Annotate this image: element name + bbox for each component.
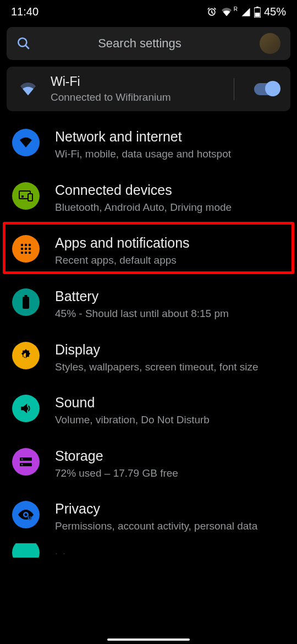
item-display[interactable]: Display Styles, wallpapers, screen timeo…	[0, 331, 297, 384]
search-bar[interactable]: Search settings	[7, 27, 290, 60]
wifi-card-title: Wi-Fi	[51, 74, 222, 89]
item-connected-devices[interactable]: Connected devices Bluetooth, Android Aut…	[0, 171, 297, 225]
item-privacy[interactable]: Privacy Permissions, account activity, p…	[0, 490, 297, 543]
item-subtitle: Recent apps, default apps	[55, 253, 285, 268]
status-icons: R 45%	[206, 6, 286, 18]
item-title: Battery	[55, 288, 285, 304]
svg-point-23	[25, 514, 28, 516]
svg-point-16	[29, 252, 31, 254]
svg-point-21	[21, 459, 23, 460]
svg-point-9	[25, 244, 28, 247]
item-storage[interactable]: Storage 72% used – 17.79 GB free	[0, 437, 297, 490]
battery-icon	[22, 295, 30, 309]
svg-point-13	[29, 248, 31, 250]
item-sound[interactable]: Sound Volume, vibration, Do Not Disturb	[0, 384, 297, 437]
item-subtitle: 45% - Should last until about 8:15 pm	[55, 307, 285, 321]
svg-rect-2	[255, 13, 260, 17]
item-title: Sound	[55, 395, 285, 411]
wifi-icon	[18, 81, 38, 97]
status-bar: 11:40 R 45%	[0, 0, 297, 23]
wifi-quick-card[interactable]: Wi-Fi Connected to Wifibranium	[7, 67, 290, 111]
divider	[234, 78, 234, 100]
item-title: Privacy	[55, 501, 285, 517]
search-icon	[16, 36, 31, 51]
item-title: Storage	[55, 448, 285, 464]
nav-handle[interactable]	[107, 638, 190, 641]
wifi-status-icon	[221, 7, 233, 17]
item-apps-notifications[interactable]: Apps and notifications Recent apps, defa…	[0, 224, 297, 277]
sound-icon	[19, 401, 33, 416]
svg-point-8	[21, 244, 24, 247]
svg-point-10	[29, 244, 31, 247]
item-subtitle: Permissions, account activity, personal …	[55, 519, 285, 533]
apps-grid-icon	[19, 242, 32, 255]
item-title: Apps and notifications	[55, 235, 285, 251]
wifi-card-subtitle: Connected to Wifibranium	[51, 91, 222, 103]
wifi-icon	[18, 137, 34, 149]
avatar[interactable]	[260, 33, 280, 54]
item-network-internet[interactable]: Network and internet Wi-Fi, mobile, data…	[0, 118, 297, 171]
item-subtitle: Bluetooth, Android Auto, Driving mode	[55, 200, 285, 215]
item-subtitle: Wi-Fi, mobile, data usage and hotspot	[55, 147, 285, 161]
battery-percentage: 45%	[264, 6, 286, 18]
svg-rect-7	[21, 195, 24, 198]
signal-superscript: R	[234, 6, 238, 12]
svg-point-15	[25, 252, 28, 254]
signal-icon	[241, 7, 251, 17]
svg-point-12	[25, 248, 28, 250]
item-subtitle: 72% used – 17.79 GB free	[55, 466, 285, 481]
svg-point-3	[18, 38, 26, 46]
storage-icon	[19, 456, 33, 467]
svg-point-11	[21, 248, 24, 250]
svg-rect-18	[25, 295, 28, 297]
settings-list: Network and internet Wi-Fi, mobile, data…	[0, 118, 297, 558]
privacy-eye-icon	[18, 509, 34, 521]
svg-rect-1	[256, 7, 258, 8]
svg-point-22	[21, 464, 23, 465]
alarm-icon	[206, 7, 217, 18]
status-time: 11:40	[11, 6, 38, 18]
search-placeholder: Search settings	[31, 36, 249, 51]
item-subtitle: Volume, vibration, Do Not Disturb	[55, 413, 285, 427]
svg-rect-6	[28, 194, 32, 201]
item-title: · ·	[55, 548, 285, 558]
item-location[interactable]: · ·	[0, 543, 297, 558]
wifi-toggle[interactable]	[254, 83, 279, 95]
item-battery[interactable]: Battery 45% - Should last until about 8:…	[0, 277, 297, 331]
svg-rect-17	[23, 297, 29, 309]
devices-icon	[18, 190, 34, 202]
svg-point-14	[21, 252, 24, 254]
battery-icon	[254, 7, 261, 18]
item-title: Network and internet	[55, 129, 285, 145]
item-title: Connected devices	[55, 182, 285, 198]
item-title: Display	[55, 342, 285, 358]
svg-line-4	[25, 45, 29, 49]
brightness-icon	[18, 348, 34, 363]
item-subtitle: Styles, wallpapers, screen timeout, font…	[55, 360, 285, 374]
